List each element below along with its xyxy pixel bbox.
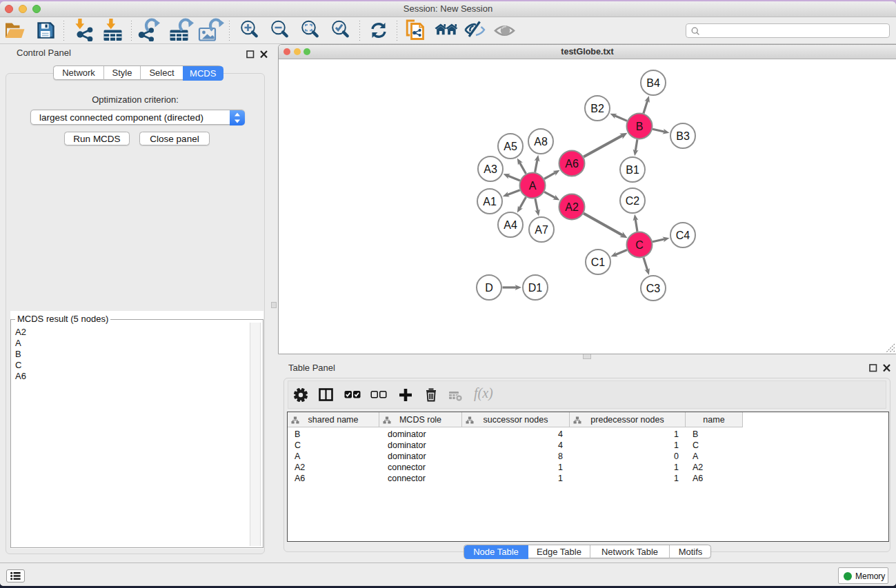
svg-text:D1: D1 [528,282,543,294]
svg-text:A7: A7 [535,224,548,236]
svg-text:A1: A1 [483,196,497,207]
svg-text:A4: A4 [504,219,517,231]
svg-text:A8: A8 [534,136,548,148]
svg-text:C1: C1 [591,256,606,268]
svg-text:A2: A2 [565,201,579,213]
svg-text:C3: C3 [646,283,661,294]
svg-text:B3: B3 [676,130,690,142]
svg-text:B1: B1 [626,164,639,176]
svg-text:D: D [485,282,493,294]
svg-text:B4: B4 [646,77,660,89]
svg-text:A6: A6 [565,158,579,170]
svg-text:C4: C4 [676,230,690,241]
svg-text:B2: B2 [590,103,604,114]
svg-text:A5: A5 [504,141,517,152]
svg-text:C2: C2 [626,195,640,207]
svg-text:A3: A3 [484,163,497,175]
svg-text:A: A [529,180,537,192]
svg-text:B: B [636,121,644,132]
svg-text:C: C [635,239,644,251]
